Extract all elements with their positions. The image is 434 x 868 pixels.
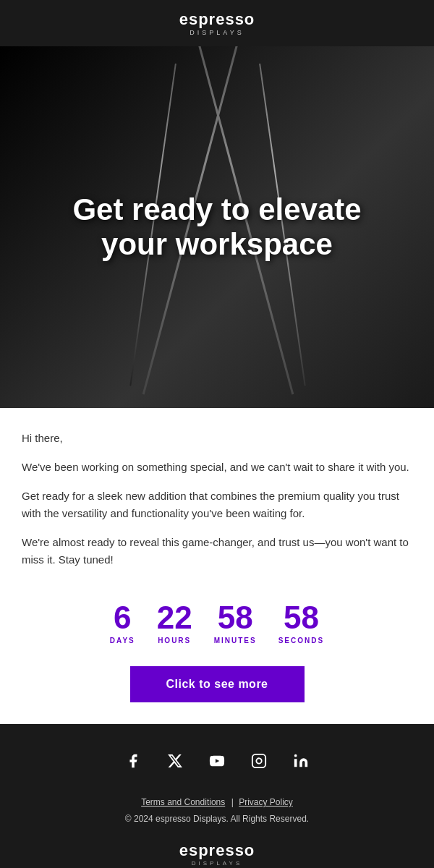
countdown-section: 6 DAYS 22 HOURS 58 MINUTES 58 SECONDS Cl… — [0, 595, 434, 724]
linkedin-icon[interactable] — [290, 753, 312, 773]
hours-label: HOURS — [157, 637, 192, 644]
privacy-link[interactable]: Privacy Policy — [239, 797, 293, 807]
seconds-number: 58 — [278, 602, 324, 634]
hero-title-line1: Get ready to elevate — [72, 192, 361, 226]
svg-rect-3 — [294, 759, 297, 767]
body-para3: We're almost ready to reveal this game-c… — [22, 534, 412, 569]
hero-section: Get ready to elevate your workspace — [0, 46, 434, 408]
countdown-seconds: 58 SECONDS — [278, 602, 324, 644]
logo: espresso DISPLAYS — [14, 10, 420, 36]
footer-logo-sub: DISPLAYS — [14, 860, 420, 867]
footer-logo: espresso DISPLAYS — [14, 841, 420, 867]
youtube-icon[interactable] — [206, 753, 228, 773]
footer-links: Terms and Conditions | Privacy Policy — [14, 795, 420, 808]
days-label: DAYS — [110, 637, 135, 644]
countdown-hours: 22 HOURS — [157, 602, 192, 644]
seconds-label: SECONDS — [278, 637, 324, 644]
hours-number: 22 — [157, 602, 192, 634]
body-content: Hi there, We've been working on somethin… — [0, 408, 434, 595]
svg-rect-1 — [252, 754, 265, 767]
body-para1: We've been working on something special,… — [22, 459, 412, 476]
footer-link-separator: | — [231, 797, 236, 807]
logo-sub-text: DISPLAYS — [14, 29, 420, 36]
terms-link[interactable]: Terms and Conditions — [141, 797, 225, 807]
svg-point-4 — [294, 754, 297, 757]
minutes-label: MINUTES — [214, 637, 257, 644]
facebook-icon[interactable] — [122, 753, 144, 773]
body-para2: Get ready for a sleek new addition that … — [22, 488, 412, 522]
hero-title: Get ready to elevate your workspace — [72, 192, 361, 263]
footer-logo-main: espresso — [179, 841, 255, 859]
countdown-days: 6 DAYS — [110, 602, 135, 644]
countdown-timer: 6 DAYS 22 HOURS 58 MINUTES 58 SECONDS — [22, 602, 412, 644]
cta-button[interactable]: Click to see more — [130, 666, 305, 702]
site-footer: Terms and Conditions | Privacy Policy © … — [0, 724, 434, 868]
hero-text-block: Get ready to elevate your workspace — [58, 178, 375, 277]
copyright-text: © 2024 espresso Displays. All Rights Res… — [14, 814, 420, 824]
site-header: espresso DISPLAYS — [0, 0, 434, 46]
countdown-minutes: 58 MINUTES — [214, 602, 257, 644]
days-number: 6 — [110, 602, 135, 634]
instagram-icon[interactable] — [248, 753, 270, 773]
social-links — [14, 753, 420, 773]
hero-title-line2: your workspace — [101, 227, 333, 261]
minutes-number: 58 — [214, 602, 257, 634]
logo-main-text: espresso — [179, 10, 255, 28]
greeting-text: Hi there, — [22, 430, 412, 447]
twitter-x-icon[interactable] — [164, 753, 186, 773]
